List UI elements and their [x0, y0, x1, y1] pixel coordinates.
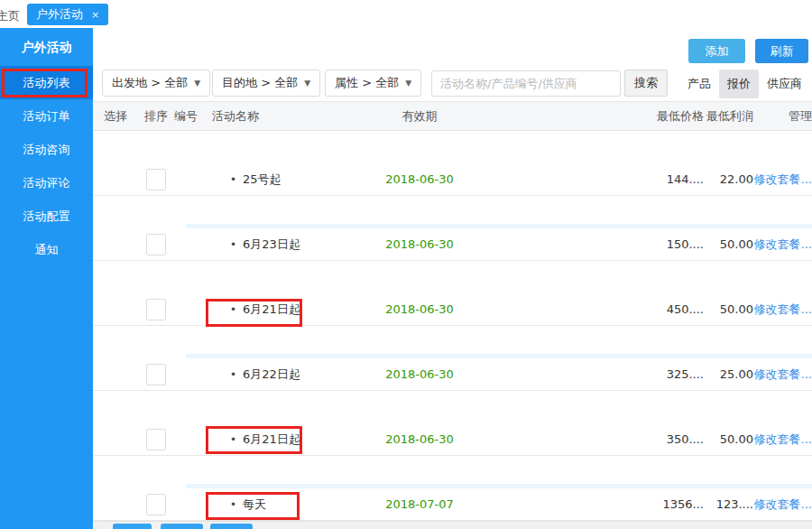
package-name: 6月21日起	[243, 302, 300, 316]
min-price: 1356...	[519, 497, 704, 511]
header-manage: 管理	[753, 108, 812, 125]
edit-package-link[interactable]: 修改套餐...	[754, 367, 812, 381]
tab-supplier[interactable]: 供应商	[759, 70, 810, 98]
header-code: 编号	[174, 108, 212, 125]
outdoor-activity-admin: 主页 户外活动 × 户外活动 活动列表 活动订单 活动咨询 活动评论 活动配置 …	[0, 0, 812, 529]
view-tabs: 产品 报价 供应商	[679, 70, 810, 97]
sort-input[interactable]	[146, 364, 166, 385]
sort-input[interactable]	[146, 494, 166, 515]
sidebar-item-activity-config[interactable]: 活动配置	[0, 200, 93, 233]
close-icon[interactable]: ×	[91, 9, 99, 21]
filter-departure-dropdown[interactable]: 出发地 > 全部 ▼	[102, 70, 210, 97]
min-price: 350....	[519, 432, 704, 446]
min-price: 150....	[519, 237, 704, 251]
sort-input[interactable]	[146, 234, 166, 255]
valid-date: 2018-06-30	[320, 302, 519, 316]
min-price: 144....	[519, 172, 704, 186]
bullet-icon: •	[230, 303, 236, 316]
chevron-down-icon: ▼	[405, 79, 411, 88]
package-name: 25号起	[243, 172, 281, 186]
tab-quote[interactable]: 报价	[719, 70, 759, 98]
min-profit: 50.00	[704, 302, 753, 316]
filter-departure-label: 出发地 > 全部	[112, 75, 188, 91]
min-price: 325....	[519, 367, 704, 381]
table-row: •每天 2018-07-07 1356... 123.... 修改套餐...	[93, 488, 812, 521]
bottom-bar	[93, 521, 812, 529]
partial-button[interactable]	[210, 524, 253, 529]
search-button[interactable]: 搜索	[624, 70, 668, 97]
header-sort: 排序	[138, 108, 174, 125]
valid-date: 2018-06-30	[320, 432, 519, 446]
bullet-icon: •	[230, 498, 236, 511]
edit-package-link[interactable]: 修改套餐...	[754, 432, 812, 446]
main-content: 添加 刷新 出发地 > 全部 ▼ 目的地 > 全部 ▼ 属性 > 全部 ▼ 搜索…	[93, 28, 812, 529]
bullet-icon: •	[230, 368, 236, 381]
tab-home[interactable]: 主页	[0, 5, 29, 28]
chevron-down-icon: ▼	[304, 79, 310, 88]
sidebar-header: 户外活动	[0, 28, 93, 66]
package-name: 6月21日起	[243, 432, 300, 446]
sort-input[interactable]	[146, 169, 166, 190]
refresh-button[interactable]: 刷新	[755, 39, 808, 63]
tab-product[interactable]: 产品	[679, 70, 719, 98]
filter-destination-dropdown[interactable]: 目的地 > 全部 ▼	[212, 70, 320, 97]
search-input[interactable]	[431, 70, 621, 97]
header-name: 活动名称	[212, 108, 320, 125]
min-profit: 22.00	[704, 172, 753, 186]
table-row: •6月23日起 2018-06-30 150.... 50.00 修改套餐...	[93, 228, 812, 261]
table-row: •6月22日起 2018-06-30 325.... 25.00 修改套餐...	[93, 358, 812, 391]
sidebar-item-activity-comments[interactable]: 活动评论	[0, 166, 93, 200]
package-name: 6月22日起	[243, 367, 300, 381]
edit-package-link[interactable]: 修改套餐...	[754, 237, 812, 251]
valid-date: 2018-06-30	[320, 237, 519, 251]
valid-date: 2018-06-30	[320, 172, 519, 186]
bullet-icon: •	[230, 238, 236, 251]
sort-input[interactable]	[146, 299, 166, 320]
bullet-icon: •	[230, 173, 236, 186]
table-row: •6月21日起 2018-06-30 450.... 50.00 修改套餐...	[93, 293, 812, 326]
add-button[interactable]: 添加	[688, 39, 745, 63]
bullet-icon: •	[230, 433, 236, 446]
sidebar-item-notice[interactable]: 通知	[0, 233, 93, 266]
header-validity: 有效期	[320, 108, 519, 125]
header-select: 选择	[93, 108, 138, 125]
tab-outdoor-activity-label: 户外活动	[36, 6, 83, 23]
sidebar: 户外活动 活动列表 活动订单 活动咨询 活动评论 活动配置 通知	[0, 28, 93, 529]
min-profit: 123....	[704, 497, 753, 511]
top-tab-bar: 主页 户外活动 ×	[0, 0, 812, 28]
partial-button[interactable]	[113, 524, 152, 529]
chevron-down-icon: ▼	[194, 79, 200, 88]
edit-package-link[interactable]: 修改套餐...	[754, 172, 812, 186]
min-profit: 50.00	[704, 432, 753, 446]
valid-date: 2018-06-30	[320, 367, 519, 381]
min-price: 450....	[519, 302, 704, 316]
sidebar-item-activity-inquiry[interactable]: 活动咨询	[0, 133, 93, 166]
filter-destination-label: 目的地 > 全部	[222, 75, 298, 91]
filter-attribute-dropdown[interactable]: 属性 > 全部 ▼	[325, 70, 421, 97]
partial-button[interactable]	[161, 524, 203, 529]
sidebar-item-activity-list[interactable]: 活动列表	[0, 66, 93, 99]
min-profit: 25.00	[704, 367, 753, 381]
tab-outdoor-activity[interactable]: 户外活动 ×	[27, 4, 108, 25]
header-min-profit: 最低利润	[704, 108, 753, 125]
table-row: •25号起 2018-06-30 144.... 22.00 修改套餐...	[93, 163, 812, 196]
min-profit: 50.00	[704, 237, 753, 251]
header-min-price: 最低价格	[519, 108, 704, 125]
edit-package-link[interactable]: 修改套餐...	[754, 497, 812, 511]
package-name: 6月23日起	[243, 237, 300, 251]
table-header: 选择 排序 编号 活动名称 有效期 最低价格 最低利润 管理	[93, 101, 812, 131]
table-row: •6月21日起 2018-06-30 350.... 50.00 修改套餐...	[93, 423, 812, 456]
filter-attribute-label: 属性 > 全部	[335, 75, 399, 91]
package-name: 每天	[243, 497, 266, 511]
valid-date: 2018-07-07	[320, 497, 519, 511]
sort-input[interactable]	[146, 429, 166, 450]
table-body: 311... 25号起 2018-06-30 添加套餐 •25号起 2018-0…	[93, 131, 812, 521]
sidebar-item-activity-orders[interactable]: 活动订单	[0, 99, 93, 133]
edit-package-link[interactable]: 修改套餐...	[754, 302, 812, 316]
